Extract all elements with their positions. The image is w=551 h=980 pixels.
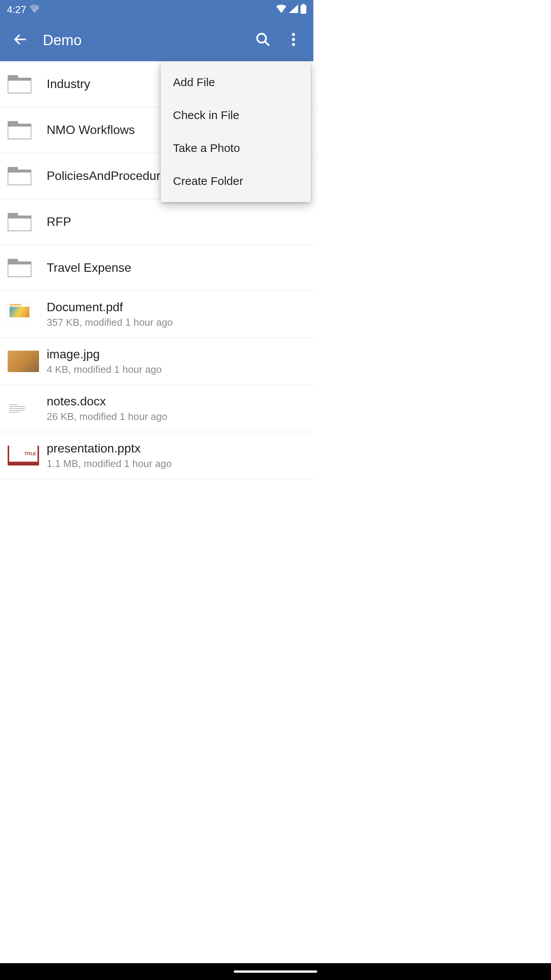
battery-icon xyxy=(300,4,306,15)
folder-icon xyxy=(8,167,31,185)
status-right: ! xyxy=(276,4,306,15)
menu-item-add-file[interactable]: Add File xyxy=(161,66,311,99)
file-thumbnail-icon xyxy=(8,397,31,420)
folder-icon xyxy=(8,75,31,93)
page-title: Demo xyxy=(43,32,248,49)
folder-name: PoliciesAndProcedures xyxy=(47,169,173,183)
folder-row[interactable]: Travel Expense xyxy=(0,245,313,291)
back-button[interactable] xyxy=(5,25,35,56)
file-row[interactable]: Document.pdf 357 KB, modified 1 hour ago xyxy=(0,291,313,338)
folder-name: Travel Expense xyxy=(47,261,131,275)
app-bar: Demo xyxy=(0,19,313,61)
wifi-weak-icon: ? xyxy=(29,5,39,15)
svg-rect-19 xyxy=(8,170,31,172)
overflow-menu-button[interactable] xyxy=(278,25,309,56)
file-name: Document.pdf xyxy=(47,300,173,314)
file-thumbnail-icon: TITLE xyxy=(8,446,39,466)
thumbnail-text: TITLE xyxy=(24,451,36,456)
folder-icon xyxy=(8,259,31,277)
folder-row[interactable]: RFP xyxy=(0,199,313,245)
svg-rect-3 xyxy=(300,5,306,14)
file-row[interactable]: TITLE presentation.pptx 1.1 MB, modified… xyxy=(0,432,313,479)
folder-name: NMO Workflows xyxy=(47,123,135,137)
file-name: image.jpg xyxy=(47,347,162,361)
search-button[interactable] xyxy=(248,25,278,56)
menu-item-take-a-photo[interactable]: Take a Photo xyxy=(161,132,311,165)
status-left: 4:27 ? xyxy=(7,4,39,16)
file-row[interactable]: image.jpg 4 KB, modified 1 hour ago xyxy=(0,338,313,385)
more-vert-icon xyxy=(292,33,295,47)
status-time: 4:27 xyxy=(7,4,26,16)
folder-name: RFP xyxy=(47,215,71,229)
folder-icon xyxy=(8,121,31,139)
file-meta: 357 KB, modified 1 hour ago xyxy=(47,317,173,328)
file-thumbnail-icon xyxy=(8,302,31,326)
folder-name: Industry xyxy=(47,77,90,91)
file-name: presentation.pptx xyxy=(47,441,172,456)
file-thumbnail-icon xyxy=(8,351,39,372)
file-meta: 1.1 MB, modified 1 hour ago xyxy=(47,458,172,470)
search-icon xyxy=(255,32,271,49)
menu-item-check-in-file[interactable]: Check in File xyxy=(161,99,311,132)
svg-point-8 xyxy=(292,33,295,36)
svg-rect-16 xyxy=(8,124,31,126)
cell-signal-icon xyxy=(289,5,298,15)
svg-point-10 xyxy=(292,43,295,46)
file-name: notes.docx xyxy=(47,394,167,408)
folder-icon xyxy=(8,213,31,231)
status-bar: 4:27 ? ! xyxy=(0,0,313,19)
svg-rect-22 xyxy=(8,216,31,218)
overflow-menu: Add File Check in File Take a Photo Crea… xyxy=(161,61,311,202)
svg-text:?: ? xyxy=(36,7,39,11)
menu-item-create-folder[interactable]: Create Folder xyxy=(161,165,311,198)
file-meta: 26 KB, modified 1 hour ago xyxy=(47,411,167,423)
svg-rect-4 xyxy=(302,4,305,5)
file-row[interactable]: notes.docx 26 KB, modified 1 hour ago xyxy=(0,385,313,432)
wifi-icon: ! xyxy=(276,5,287,15)
arrow-back-icon xyxy=(13,32,27,48)
file-meta: 4 KB, modified 1 hour ago xyxy=(47,364,162,376)
svg-rect-13 xyxy=(8,78,31,80)
svg-point-9 xyxy=(292,38,295,41)
svg-rect-25 xyxy=(8,262,31,264)
svg-line-7 xyxy=(265,41,269,45)
svg-text:!: ! xyxy=(284,10,285,13)
